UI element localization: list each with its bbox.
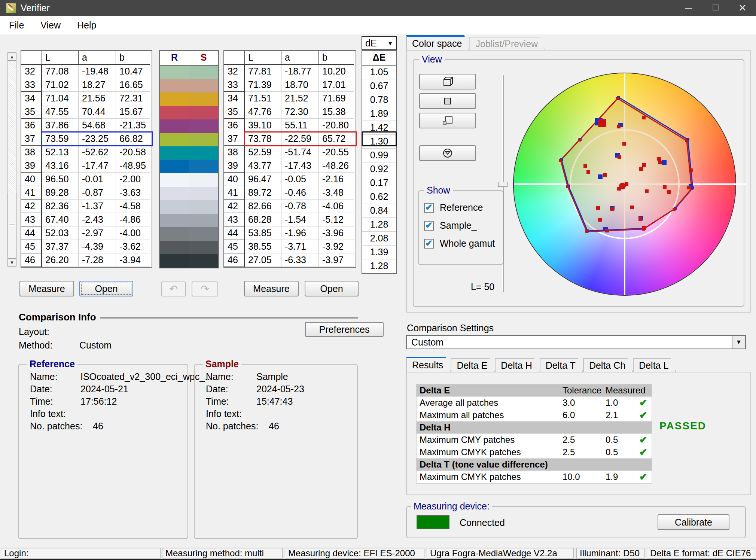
open-sample-button[interactable]: Open: [305, 281, 359, 296]
table-row[interactable]: 3471.0421.5672.31: [21, 92, 152, 105]
close-icon[interactable]: ✕: [729, 0, 756, 16]
minimize-icon[interactable]: ─: [675, 0, 702, 16]
tab-delta-ch[interactable]: Delta Ch: [583, 358, 633, 372]
table-row[interactable]: 4367.40-2.43-4.86: [21, 213, 152, 226]
table-row[interactable]: 3471.5121.5271.69: [224, 92, 356, 105]
tab-joblist-preview[interactable]: Joblist/Preview: [469, 37, 545, 50]
view-2d-button[interactable]: [419, 93, 476, 109]
table-row[interactable]: 4282.66-0.78-4.06: [224, 200, 356, 213]
table-row[interactable]: 4627.05-6.33-3.97: [224, 253, 356, 267]
delta-e-value-cell[interactable]: 1.28: [362, 218, 396, 232]
scrollbar-thumb[interactable]: [7, 193, 16, 257]
menu-item-view[interactable]: View: [40, 20, 61, 31]
delta-e-value-cell[interactable]: 1.42: [362, 121, 396, 135]
tab-delta-e[interactable]: Delta E: [451, 358, 495, 372]
delta-e-value-cell[interactable]: 0.67: [362, 79, 396, 93]
results-row: Average all patches3.01.0✔: [417, 397, 652, 409]
delta-e-value-cell[interactable]: 1.39: [362, 246, 396, 259]
sam-time-value: 15:47:43: [256, 396, 293, 407]
divider: [100, 317, 358, 319]
table-row[interactable]: 4538.55-3.71-3.92: [224, 240, 356, 253]
delta-e-column[interactable]: ΔE 1.050.670.781.891.421.300.990.920.170…: [362, 50, 397, 274]
table-row[interactable]: 3547.5570.4415.67: [21, 105, 152, 119]
measure-reference-button[interactable]: Measure: [19, 281, 74, 296]
table-row[interactable]: 3371.3918.7017.01: [224, 78, 356, 92]
table-row[interactable]: 4368.28-1.54-5.12: [224, 213, 356, 226]
delta-e-value-cell[interactable]: 0.99: [362, 149, 396, 162]
preferences-button[interactable]: Preferences: [305, 322, 384, 337]
table-row[interactable]: 3277.08-19.4810.47: [21, 65, 152, 78]
table-row[interactable]: 3639.1055.11-20.80: [224, 119, 356, 132]
show-option-whole-gamut[interactable]: ✔Whole gamut: [424, 238, 495, 249]
lab-value-cell: 96.50: [42, 173, 79, 186]
maximize-icon[interactable]: ☐: [702, 0, 729, 16]
comparison-settings-select[interactable]: Custom ▼: [406, 335, 746, 349]
table-row[interactable]: 3277.81-18.7710.20: [224, 65, 356, 78]
menu-item-file[interactable]: File: [9, 20, 24, 31]
tab-delta-h[interactable]: Delta H: [495, 358, 539, 372]
view-compare-button[interactable]: [419, 113, 476, 128]
delta-e-value-cell[interactable]: 0.84: [362, 204, 396, 218]
delta-e-value-cell[interactable]: 1.30: [362, 135, 396, 149]
table-row[interactable]: 3852.13-52.62-20.58: [21, 146, 152, 159]
lab-value-cell: 37.37: [42, 240, 79, 253]
table-row[interactable]: 4453.85-1.96-3.96: [224, 226, 356, 240]
view-3d-button[interactable]: [419, 74, 476, 89]
checkbox[interactable]: ✔: [424, 203, 434, 213]
show-option-reference[interactable]: ✔Reference: [424, 202, 483, 213]
sample-patch: [189, 133, 218, 146]
scrollbar-up-button[interactable]: ▲: [7, 52, 16, 61]
sample-lab-table[interactable]: Lab3277.81-18.7710.203371.3918.7017.0134…: [223, 50, 356, 268]
delta-e-value-cell[interactable]: 1.28: [362, 259, 396, 273]
table-row[interactable]: 4537.37-4.39-3.62: [21, 240, 152, 253]
table-row[interactable]: 4096.47-0.05-2.16: [224, 173, 356, 186]
table-row[interactable]: 4626.20-7.28-3.94: [21, 253, 152, 267]
table-row[interactable]: 3943.77-17.43-48.26: [224, 159, 356, 173]
open-reference-button[interactable]: Open: [79, 281, 133, 296]
table-row[interactable]: 4096.50-0.01-2.00: [21, 173, 152, 186]
tab-color-space[interactable]: Color space: [406, 35, 469, 50]
reference-patch: [160, 187, 189, 200]
lightness-slider-handle[interactable]: [498, 182, 507, 187]
reference-lab-table[interactable]: Lab3277.08-19.4810.473371.0218.2716.6534…: [21, 50, 152, 268]
delta-e-value-cell[interactable]: 0.17: [362, 176, 396, 190]
delta-e-value-cell[interactable]: 1.89: [362, 107, 396, 121]
de-format-dropdown[interactable]: dE ▼: [362, 36, 397, 50]
scrollbar-down-button[interactable]: ▼: [7, 258, 16, 267]
redo-icon[interactable]: ↷: [192, 281, 218, 296]
sam-time-label: Time:: [206, 396, 229, 407]
table-row[interactable]: 4189.72-0.46-3.48: [224, 186, 356, 200]
table-row[interactable]: 4452.03-2.97-4.00: [21, 226, 152, 240]
table-row[interactable]: 3637.8654.68-21.35: [21, 119, 152, 132]
row-number-cell: 33: [224, 78, 245, 92]
delta-e-value-cell[interactable]: 0.78: [362, 93, 396, 107]
view-gamut-button[interactable]: [419, 145, 476, 161]
tab-delta-l[interactable]: Delta L: [633, 358, 676, 372]
table-row[interactable]: 3547.7672.3015.38: [224, 105, 356, 119]
delta-e-value-cell[interactable]: 1.05: [362, 66, 396, 79]
table-row[interactable]: 4189.28-0.87-3.63: [21, 186, 152, 200]
table-row[interactable]: 3943.16-17.47-48.95: [21, 159, 152, 173]
lab-value-cell: -2.43: [79, 213, 116, 226]
lab-value-cell: -51.74: [281, 146, 319, 159]
checkbox[interactable]: ✔: [424, 239, 434, 249]
tab-results[interactable]: Results: [406, 357, 451, 372]
table-row[interactable]: 3773.78-22.5965.72: [224, 132, 356, 146]
delta-e-value-cell[interactable]: 0.92: [362, 162, 396, 176]
tab-delta-t[interactable]: Delta T: [540, 358, 583, 372]
column-header: b: [319, 51, 354, 65]
calibrate-button[interactable]: Calibrate: [658, 514, 729, 530]
delta-e-value-cell[interactable]: 2.08: [362, 232, 396, 246]
menu-item-help[interactable]: Help: [77, 20, 96, 31]
measure-sample-button[interactable]: Measure: [244, 281, 299, 296]
lab-gamut-wheel[interactable]: [514, 73, 735, 295]
undo-icon[interactable]: ↶: [161, 281, 186, 296]
table-row[interactable]: 4282.36-1.37-4.58: [21, 200, 152, 213]
row-number-cell: 45: [224, 240, 245, 253]
table-row[interactable]: 3852.59-51.74-20.55: [224, 146, 356, 159]
delta-e-value-cell[interactable]: 0.62: [362, 190, 396, 204]
show-option-sample-[interactable]: ✔Sample_: [424, 220, 477, 231]
checkbox[interactable]: ✔: [424, 221, 434, 231]
table-row[interactable]: 3773.59-23.2566.82: [21, 132, 152, 146]
table-row[interactable]: 3371.0218.2716.65: [21, 78, 152, 92]
